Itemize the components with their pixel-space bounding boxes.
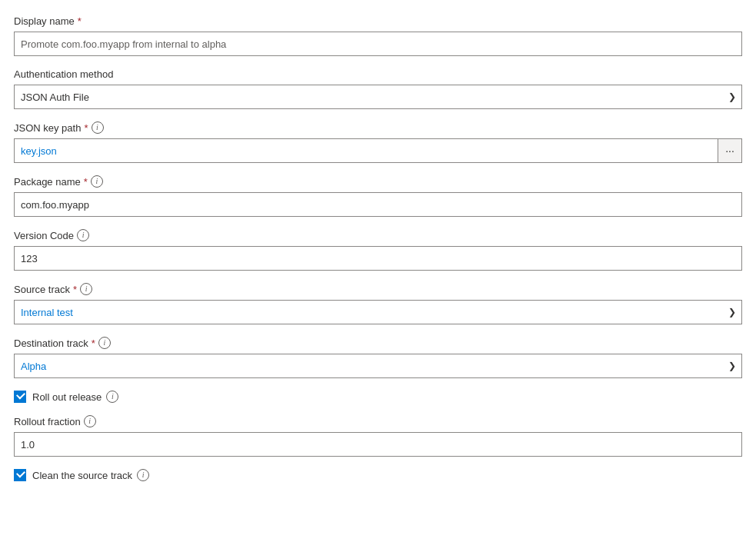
json-key-path-browse-button[interactable]: ··· bbox=[718, 138, 742, 163]
auth-method-label-text: Authentication method bbox=[14, 68, 113, 80]
auth-method-label: Authentication method bbox=[14, 68, 742, 80]
destination-track-label-text: Destination track bbox=[14, 338, 88, 349]
json-key-path-info-icon[interactable]: i bbox=[92, 121, 104, 134]
destination-track-info-icon[interactable]: i bbox=[98, 337, 111, 349]
package-name-label: Package name * i bbox=[14, 175, 742, 188]
version-code-label: Version Code i bbox=[14, 229, 742, 241]
roll-out-release-label: Roll out release i bbox=[32, 391, 118, 403]
version-code-label-text: Version Code bbox=[14, 230, 74, 241]
rollout-fraction-group: Rollout fraction i bbox=[14, 415, 742, 457]
package-name-info-icon[interactable]: i bbox=[91, 175, 103, 188]
destination-track-select-wrapper: Alpha Beta Production ❯ bbox=[14, 354, 742, 378]
clean-source-track-info-icon[interactable]: i bbox=[137, 469, 149, 481]
rollout-fraction-input[interactable] bbox=[14, 432, 742, 457]
package-name-group: Package name * i bbox=[14, 175, 742, 217]
auth-method-group: Authentication method JSON Auth File Ser… bbox=[14, 68, 742, 109]
json-key-path-label-text: JSON key path bbox=[14, 122, 81, 134]
json-key-path-label: JSON key path * i bbox=[14, 121, 742, 134]
display-name-required: * bbox=[78, 15, 82, 27]
auth-method-select-wrapper: JSON Auth File Service Account OAuth ❯ bbox=[14, 85, 742, 109]
version-code-group: Version Code i bbox=[14, 229, 742, 271]
json-key-path-group: JSON key path * i ··· bbox=[14, 121, 742, 163]
display-name-group: Display name * bbox=[14, 15, 742, 56]
clean-source-track-row: Clean the source track i bbox=[14, 469, 742, 481]
destination-track-label: Destination track * i bbox=[14, 337, 742, 349]
clean-source-track-label: Clean the source track i bbox=[32, 469, 149, 481]
rollout-fraction-label-text: Rollout fraction bbox=[14, 416, 81, 427]
clean-source-track-checkbox[interactable] bbox=[14, 469, 26, 481]
clean-source-track-label-text: Clean the source track bbox=[32, 470, 132, 481]
destination-track-group: Destination track * i Alpha Beta Product… bbox=[14, 337, 742, 378]
source-track-info-icon[interactable]: i bbox=[80, 283, 92, 295]
package-name-label-text: Package name bbox=[14, 176, 81, 188]
package-name-required: * bbox=[84, 176, 88, 188]
display-name-label-text: Display name bbox=[14, 15, 75, 27]
json-key-path-input-group: ··· bbox=[14, 138, 742, 163]
package-name-input[interactable] bbox=[14, 192, 742, 217]
rollout-fraction-info-icon[interactable]: i bbox=[84, 415, 96, 427]
version-code-info-icon[interactable]: i bbox=[77, 229, 89, 241]
destination-track-select[interactable]: Alpha Beta Production bbox=[14, 354, 742, 378]
json-key-path-input[interactable] bbox=[14, 138, 718, 163]
roll-out-release-info-icon[interactable]: i bbox=[106, 391, 118, 403]
source-track-group: Source track * i Internal test Alpha Bet… bbox=[14, 283, 742, 324]
source-track-label-text: Source track bbox=[14, 284, 70, 295]
roll-out-release-label-text: Roll out release bbox=[32, 391, 102, 403]
display-name-input[interactable] bbox=[14, 32, 742, 56]
ellipsis-icon: ··· bbox=[725, 145, 734, 157]
source-track-select[interactable]: Internal test Alpha Beta Production bbox=[14, 300, 742, 324]
destination-track-required: * bbox=[92, 338, 95, 349]
version-code-input[interactable] bbox=[14, 246, 742, 271]
rollout-fraction-label: Rollout fraction i bbox=[14, 415, 742, 427]
source-track-label: Source track * i bbox=[14, 283, 742, 295]
roll-out-release-row: Roll out release i bbox=[14, 391, 742, 403]
roll-out-release-checkbox[interactable] bbox=[14, 391, 26, 403]
auth-method-select[interactable]: JSON Auth File Service Account OAuth bbox=[14, 85, 742, 109]
source-track-required: * bbox=[73, 284, 77, 295]
source-track-select-wrapper: Internal test Alpha Beta Production ❯ bbox=[14, 300, 742, 324]
display-name-label: Display name * bbox=[14, 15, 742, 27]
json-key-path-required: * bbox=[84, 122, 88, 134]
